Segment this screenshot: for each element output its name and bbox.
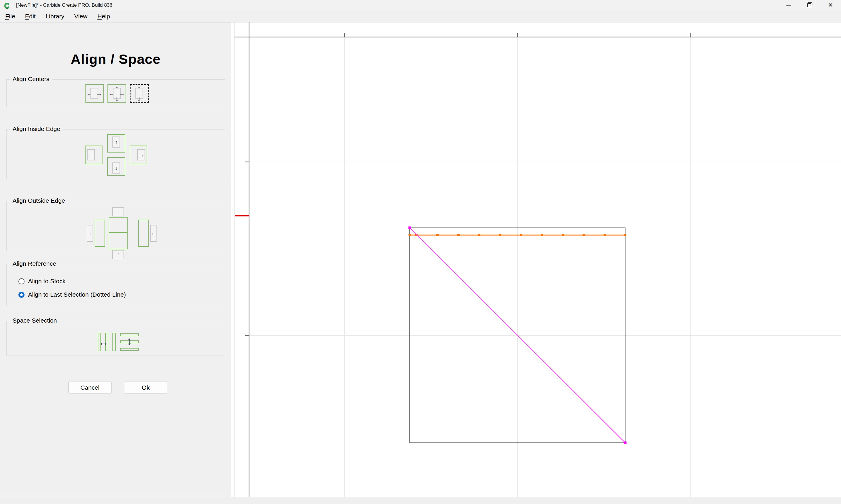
- bar-icon: [113, 333, 116, 351]
- orange-path-node[interactable]: [583, 234, 585, 236]
- group-align-outside-edge: Align Outside Edge ↓ → ← ↑: [6, 201, 225, 251]
- app-window: C [NewFile]* - Carbide Create PRO, Build…: [0, 0, 841, 504]
- arrow-horizontal-icon: ↔: [98, 337, 109, 347]
- shape-box-icon: ↑: [113, 137, 120, 148]
- group-align-centers: Align Centers ← → ← ↑ ↓ → ↑ ↓: [6, 79, 225, 107]
- close-button[interactable]: ✕: [821, 0, 840, 11]
- orange-path-node[interactable]: [562, 234, 564, 236]
- arrow-up-icon: ↑: [115, 139, 118, 145]
- group-align-inside-edge: Align Inside Edge ↑ ← → ↓: [6, 129, 225, 179]
- group-label: Space Selection: [10, 317, 59, 324]
- radio-align-to-last-selection[interactable]: Align to Last Selection (Dotted Line): [18, 291, 126, 298]
- align-inside-left-button[interactable]: ←: [85, 146, 103, 164]
- status-bar: [0, 497, 841, 504]
- shape-box-icon: ↑: [112, 250, 124, 259]
- space-vertical-button[interactable]: ↕: [120, 333, 140, 352]
- title-bar: C [NewFile]* - Carbide Create PRO, Build…: [0, 0, 841, 11]
- align-center-both-button[interactable]: ← ↑ ↓ →: [107, 84, 126, 103]
- align-outside-left-button[interactable]: →: [87, 220, 111, 247]
- align-outside-right-button[interactable]: ←: [132, 220, 156, 247]
- group-label: Align Inside Edge: [10, 125, 63, 132]
- align-inside-bottom-button[interactable]: ↓: [107, 157, 125, 176]
- close-icon: ✕: [828, 2, 833, 8]
- radio-icon[interactable]: [18, 278, 24, 284]
- orange-path-node[interactable]: [457, 234, 460, 236]
- panel-bottom-divider: [0, 496, 231, 496]
- radio-align-to-stock[interactable]: Align to Stock: [18, 278, 65, 285]
- menu-edit[interactable]: Edit: [20, 11, 40, 22]
- shape-box-icon: ←: [150, 225, 156, 242]
- arrow-down-icon: ↓: [117, 209, 120, 215]
- group-label: Align Centers: [10, 75, 52, 83]
- align-outside-bottom-button[interactable]: ↑: [109, 230, 127, 257]
- align-inside-right-button[interactable]: →: [130, 146, 147, 164]
- magenta-path-node[interactable]: [624, 442, 627, 444]
- green-rect-icon: [109, 232, 127, 249]
- minimize-button[interactable]: [779, 0, 798, 11]
- menu-view[interactable]: View: [69, 11, 92, 22]
- arrow-right-icon: →: [88, 231, 92, 236]
- shape-box-icon: ←: [87, 149, 95, 160]
- align-inside-top-button[interactable]: ↑: [107, 134, 125, 152]
- restore-button[interactable]: [800, 0, 819, 11]
- space-horizontal-button[interactable]: ↔: [97, 333, 118, 352]
- menu-file[interactable]: File: [1, 11, 20, 22]
- arrow-left-icon: ←: [151, 231, 156, 236]
- cancel-button[interactable]: Cancel: [68, 381, 111, 394]
- window-title: [NewFile]* - Carbide Create PRO, Build 8…: [16, 2, 113, 8]
- shape-box-icon: ↓: [113, 162, 120, 174]
- radio-icon-selected[interactable]: [18, 292, 24, 298]
- menu-library[interactable]: Library: [41, 11, 69, 22]
- shape-box-icon: →: [137, 149, 145, 160]
- green-rect-icon: [95, 220, 105, 247]
- app-logo-icon: C: [4, 1, 10, 10]
- orange-path-node[interactable]: [436, 234, 439, 236]
- menu-help[interactable]: Help: [92, 11, 115, 22]
- arrow-left-icon: ←: [88, 152, 94, 158]
- arrow-right-icon: →: [118, 90, 125, 97]
- menu-bar: File Edit Library View Help: [0, 11, 841, 22]
- minimize-icon: [786, 5, 791, 5]
- align-center-horizontal-button[interactable]: ← →: [85, 84, 104, 103]
- design-canvas[interactable]: [231, 22, 841, 497]
- arrow-vertical-icon: ↕: [126, 335, 132, 347]
- arrow-down-icon: ↓: [138, 96, 141, 102]
- page-title: Align / Space: [0, 51, 231, 67]
- shape-box-icon: →: [87, 225, 93, 242]
- group-align-reference: Align Reference Align to Stock Align to …: [6, 264, 225, 306]
- shape-box-icon: ↓: [112, 207, 124, 216]
- arrow-right-icon: →: [138, 152, 144, 158]
- green-rect-icon: [138, 220, 149, 247]
- ok-button[interactable]: Ok: [124, 381, 167, 394]
- orange-path-node[interactable]: [520, 234, 522, 236]
- align-space-panel: Align / Space Align Centers ← → ← ↑ ↓ →: [0, 22, 231, 497]
- group-space-selection: Space Selection ↔ ↕: [6, 321, 225, 356]
- orange-path-node[interactable]: [499, 234, 501, 236]
- bar-icon: [120, 348, 139, 351]
- arrow-right-icon: →: [96, 90, 103, 97]
- arrow-up-icon: ↑: [117, 251, 120, 258]
- orange-path-node[interactable]: [478, 234, 480, 236]
- orange-path-node[interactable]: [604, 234, 606, 236]
- orange-path-node[interactable]: [409, 234, 411, 236]
- radio-label: Align to Stock: [28, 278, 65, 285]
- arrow-down-icon: ↓: [115, 165, 118, 171]
- orange-path-node[interactable]: [624, 234, 627, 236]
- restore-icon: [807, 3, 811, 7]
- orange-path-node[interactable]: [541, 234, 543, 236]
- group-label: Align Outside Edge: [10, 197, 67, 204]
- align-center-vertical-button[interactable]: ↑ ↓: [130, 84, 149, 103]
- canvas-drawing: [231, 22, 841, 497]
- radio-label: Align to Last Selection (Dotted Line): [28, 291, 126, 298]
- magenta-path-node[interactable]: [409, 227, 411, 229]
- group-label: Align Reference: [10, 260, 58, 267]
